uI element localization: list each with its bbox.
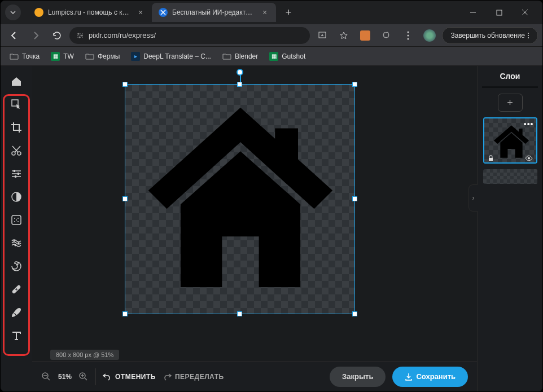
close-icon[interactable]: ×: [260, 8, 269, 17]
resize-handle-mb[interactable]: [237, 311, 242, 316]
bookmark-blender[interactable]: Blender: [218, 50, 262, 63]
crop-tool[interactable]: [5, 117, 28, 138]
visibility-icon[interactable]: [525, 155, 533, 161]
resize-handle-mr[interactable]: [352, 196, 357, 201]
selection-bounds[interactable]: [125, 84, 355, 314]
new-tab-button[interactable]: +: [281, 5, 296, 20]
resize-handle-mt[interactable]: [237, 82, 242, 87]
select-tool[interactable]: [5, 94, 28, 115]
layer-menu-icon[interactable]: •••: [524, 120, 534, 129]
svg-rect-14: [14, 170, 15, 172]
swirl-tool[interactable]: [5, 256, 28, 277]
svg-point-5: [408, 31, 409, 33]
svg-point-6: [408, 34, 409, 36]
zoom-in-button[interactable]: [78, 372, 89, 382]
collapse-panel-button[interactable]: ›: [468, 184, 478, 212]
add-layer-button[interactable]: +: [498, 94, 523, 112]
folder-icon: [222, 52, 231, 61]
svg-point-3: [79, 36, 81, 38]
heal-tool[interactable]: [5, 279, 28, 300]
svg-point-24: [14, 240, 15, 242]
maximize-button[interactable]: [486, 3, 512, 21]
reload-button[interactable]: [48, 27, 66, 45]
close-button[interactable]: Закрыть: [330, 367, 386, 387]
svg-rect-15: [17, 173, 19, 175]
browser-tab-lumpics[interactable]: Lumpics.ru - помощь с компью ×: [28, 3, 152, 22]
bookmark-fermy[interactable]: Фермы: [81, 50, 124, 63]
undo-button[interactable]: ОТМЕНИТЬ: [103, 372, 156, 381]
effect-tool[interactable]: [5, 209, 28, 231]
svg-point-25: [18, 243, 20, 244]
bookmarks-bar: Точка ▦TW Фермы ▸DeepL Translate – C... …: [1, 47, 542, 66]
contrast-tool[interactable]: [5, 186, 28, 208]
bookmark-gutshot[interactable]: ▦Gutshot: [265, 50, 310, 63]
zoom-out-button[interactable]: [41, 372, 51, 382]
tab-title: Бесплатный ИИ-редактор фот: [172, 8, 256, 16]
minimize-button[interactable]: [460, 3, 486, 21]
profile-avatar-icon[interactable]: [421, 27, 439, 45]
deepl-icon: ▸: [131, 52, 140, 61]
resize-handle-br[interactable]: [352, 311, 357, 316]
layer-thumbnail-bg[interactable]: [483, 169, 537, 184]
layers-title: Слои: [500, 72, 520, 81]
close-icon[interactable]: ×: [136, 8, 145, 17]
resize-handle-tr[interactable]: [352, 82, 357, 87]
brush-tool[interactable]: [5, 302, 28, 323]
bottom-bar: 51% ОТМЕНИТЬ ПЕРЕДЕЛАТЬ Закрыть Сохранит…: [32, 361, 477, 391]
tab-title: Lumpics.ru - помощь с компью: [48, 8, 132, 16]
titlebar: Lumpics.ru - помощь с компью × Бесплатны…: [1, 1, 542, 24]
install-app-icon[interactable]: [313, 27, 331, 45]
svg-point-2: [81, 34, 83, 36]
sheets-icon: ▦: [269, 52, 278, 61]
menu-kebab-icon[interactable]: [399, 27, 417, 45]
tab-dropdown-icon[interactable]: [5, 5, 21, 20]
liquify-tool[interactable]: [5, 232, 28, 254]
svg-point-31: [528, 157, 530, 160]
save-button[interactable]: Сохранить: [392, 367, 468, 387]
back-button[interactable]: [5, 27, 23, 45]
svg-point-26: [15, 245, 16, 246]
bookmark-tochka[interactable]: Точка: [5, 50, 44, 63]
redo-button[interactable]: ПЕРЕДЕЛАТЬ: [163, 372, 224, 381]
canvas-area: 800 x 800 px @ 51% 51% ОТМЕНИТЬ ПЕРЕДЕЛА…: [32, 66, 477, 391]
text-tool[interactable]: [5, 325, 28, 346]
svg-point-8: [528, 33, 529, 34]
folder-icon: [10, 52, 19, 61]
svg-point-10: [528, 37, 529, 38]
svg-point-7: [408, 38, 409, 39]
canvas-info: 800 x 800 px @ 51%: [50, 350, 119, 360]
favicon-icon: [159, 8, 168, 17]
extension-icon[interactable]: [356, 27, 374, 45]
canvas-content-house-icon: [125, 85, 356, 315]
address-bar: pixlr.com/ru/express/ Завершить обновлен…: [1, 24, 542, 47]
svg-point-9: [528, 35, 529, 36]
cut-tool[interactable]: [5, 140, 28, 161]
browser-tab-pixlr[interactable]: Бесплатный ИИ-редактор фот ×: [152, 3, 276, 22]
folder-icon: [85, 52, 94, 61]
svg-rect-16: [15, 175, 16, 178]
resize-handle-ml[interactable]: [122, 196, 128, 201]
svg-point-20: [17, 218, 19, 219]
left-toolbar: [1, 66, 32, 391]
rotate-handle[interactable]: [237, 69, 243, 76]
adjust-tool[interactable]: [5, 163, 28, 184]
favicon-icon: [34, 8, 43, 17]
resize-handle-bl[interactable]: [122, 311, 128, 316]
home-tool[interactable]: [5, 71, 28, 92]
site-settings-icon[interactable]: [76, 32, 84, 39]
bookmark-star-icon[interactable]: [335, 27, 353, 45]
svg-point-23: [16, 219, 17, 221]
extensions-puzzle-icon[interactable]: [378, 27, 396, 45]
layers-panel: Слои + ••• ›: [477, 66, 542, 391]
close-window-button[interactable]: [512, 3, 538, 21]
svg-rect-0: [497, 10, 502, 15]
forward-button[interactable]: [27, 27, 45, 45]
zoom-value[interactable]: 51%: [58, 373, 72, 381]
url-input[interactable]: pixlr.com/ru/express/: [69, 27, 310, 44]
resize-handle-tl[interactable]: [122, 82, 128, 87]
bookmark-tw[interactable]: ▦TW: [46, 50, 78, 63]
bookmark-deepl[interactable]: ▸DeepL Translate – C...: [126, 50, 216, 63]
layer-thumbnail-active[interactable]: •••: [483, 117, 537, 164]
lock-icon[interactable]: [488, 155, 494, 161]
update-button[interactable]: Завершить обновление: [442, 27, 538, 44]
